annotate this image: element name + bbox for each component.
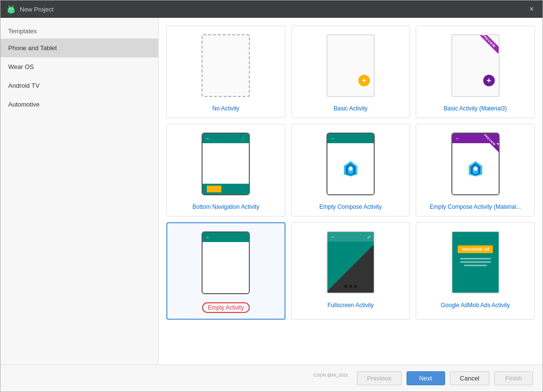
svg-point-14 [474, 167, 477, 171]
template-no-activity[interactable]: No Activity [166, 26, 285, 118]
empty-compose-m3-preview: ← PREVIEW [451, 133, 500, 195]
templates-grid: No Activity + Basic Activity + [166, 26, 535, 320]
templates-content-area: No Activity + Basic Activity + [159, 18, 543, 365]
template-empty-compose-m3[interactable]: ← PREVIEW [416, 124, 535, 216]
template-basic-activity-label: Basic Activity [334, 105, 367, 112]
android-logo-icon [6, 4, 16, 14]
next-button[interactable]: Next [407, 371, 445, 385]
template-basic-activity-m3-label: Basic Activity (Material3) [444, 105, 507, 112]
template-bottom-nav[interactable]: ← ⋮ Bottom Navigation Activity [166, 124, 285, 216]
svg-point-4 [12, 8, 13, 9]
svg-line-6 [13, 6, 14, 7]
finish-button[interactable]: Finish [494, 371, 533, 385]
empty-activity-preview: ← [202, 231, 250, 294]
template-empty-compose-label: Empty Compose Activity [319, 203, 381, 210]
title-bar-left: New Project [6, 4, 54, 14]
admob-preview: Interstitial Ad [451, 231, 500, 294]
preview-badge: PREVIEW [479, 35, 499, 54]
sidebar-item-automotive[interactable]: Automotive [0, 95, 158, 114]
new-project-dialog: New Project × Templates Phone and Tablet… [0, 0, 543, 392]
title-bar: New Project × [0, 0, 543, 18]
template-empty-activity[interactable]: ← Empty Activity [166, 222, 285, 320]
m3-preview-badge: PREVIEW [477, 134, 498, 152]
fab-purple-icon: + [483, 75, 495, 86]
svg-point-3 [10, 8, 11, 9]
cancel-button[interactable]: Cancel [450, 371, 489, 385]
no-activity-preview-icon [202, 34, 250, 97]
compose-logo-icon [340, 158, 361, 179]
sidebar-item-wear-os[interactable]: Wear OS [0, 57, 158, 76]
template-basic-activity-m3[interactable]: + PREVIEW Basic Activity (Material3) [416, 26, 535, 118]
template-empty-compose-m3-label: Empty Compose Activity (Material... [430, 203, 521, 210]
template-empty-compose[interactable]: ← Empty Com [291, 124, 410, 216]
template-basic-activity[interactable]: + Basic Activity [291, 26, 410, 118]
compose-m3-logo-icon [465, 158, 486, 179]
empty-compose-preview: ← [326, 133, 375, 195]
template-bottom-nav-label: Bottom Navigation Activity [192, 203, 259, 210]
fullscreen-preview: ← ⤢ [326, 231, 375, 294]
svg-rect-2 [9, 7, 13, 11]
template-admob-label: Google AdMob Ads Activity [441, 302, 510, 309]
basic-activity-m3-preview: + PREVIEW [451, 34, 500, 97]
sidebar: Templates Phone and Tablet Wear OS Andro… [0, 18, 159, 365]
template-fullscreen[interactable]: ← ⤢ Fullscreen Activity [291, 222, 410, 320]
template-no-activity-label: No Activity [212, 105, 239, 112]
interstitial-ad-badge: Interstitial Ad [458, 245, 493, 253]
empty-activity-selected-circle: Empty Activity [202, 302, 250, 313]
template-empty-activity-label: Empty Activity [202, 302, 250, 313]
svg-line-5 [9, 6, 10, 7]
previous-button[interactable]: Previous [357, 371, 402, 385]
template-fullscreen-label: Fullscreen Activity [327, 302, 374, 309]
basic-activity-preview: + [326, 34, 375, 97]
bottom-nav-preview: ← ⋮ [202, 133, 250, 195]
dialog-title: New Project [20, 6, 54, 13]
fab-yellow-icon: + [358, 75, 370, 86]
sidebar-item-phone-tablet[interactable]: Phone and Tablet [0, 39, 158, 57]
main-content: Templates Phone and Tablet Wear OS Andro… [0, 18, 543, 365]
sidebar-section-label: Templates [0, 22, 158, 39]
watermark-text: CSDN @Mi_2021 [313, 373, 348, 378]
bottom-bar: CSDN @Mi_2021 Previous Next Cancel Finis… [0, 365, 543, 392]
svg-point-10 [349, 167, 353, 171]
template-admob[interactable]: Interstitial Ad Google AdMob Ads Activit… [416, 222, 535, 320]
close-button[interactable]: × [527, 4, 537, 14]
sidebar-item-android-tv[interactable]: Android TV [0, 76, 158, 95]
